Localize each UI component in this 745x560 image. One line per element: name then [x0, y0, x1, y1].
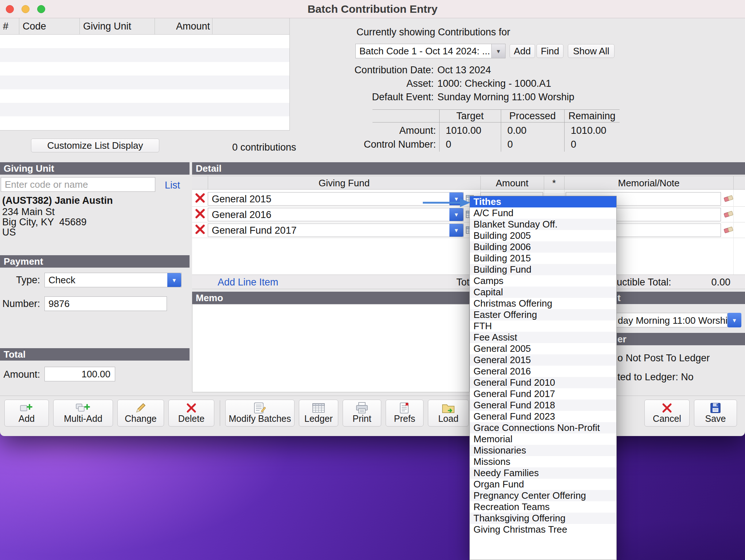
load-button[interactable]: Load — [428, 400, 469, 427]
batch-select[interactable]: Batch Code 1 - Oct 14 2024: ... ▼ — [355, 44, 506, 58]
chevron-down-icon[interactable]: ▼ — [167, 273, 181, 287]
toolbar-button-label: Cancel — [645, 413, 689, 424]
cancel-button[interactable]: Cancel — [644, 400, 690, 427]
fund-menu-item[interactable]: Thanksgiving Offering — [470, 513, 616, 524]
column-header-giving-unit: Giving Unit — [83, 20, 131, 32]
asset-label: Asset: — [328, 78, 434, 90]
add-button[interactable]: Add — [4, 400, 49, 427]
load-icon — [428, 401, 468, 415]
payment-type-select[interactable]: Check ▼ — [44, 273, 182, 287]
contribution-list-table: # Code Giving Unit Amount — [0, 18, 290, 131]
fund-menu-item[interactable]: Building Fund — [470, 264, 616, 275]
save-button[interactable]: Save — [694, 400, 737, 427]
giving-fund-select[interactable]: General 2016 ▼ — [208, 208, 464, 221]
detail-column-amount: Amount — [480, 178, 544, 189]
fund-menu-item[interactable]: Christmas Offering — [470, 298, 616, 309]
totals-control-number-label: Control Number: — [328, 139, 436, 151]
find-batch-button[interactable]: Find — [537, 44, 563, 58]
column-header-code: Code — [23, 20, 46, 32]
total-amount-input[interactable] — [44, 367, 115, 381]
prefs-button[interactable]: Prefs — [386, 400, 424, 427]
fund-menu-item[interactable]: Needy Families — [470, 467, 616, 479]
contribution-list-empty-row — [0, 103, 289, 116]
fund-menu-item[interactable]: FTH — [470, 320, 616, 332]
fund-menu-item[interactable]: Giving Christmas Tree — [470, 524, 616, 535]
giving-unit-search-input[interactable] — [1, 177, 155, 192]
giving-unit-address-line-3: US — [2, 226, 16, 238]
contribution-list-empty-row — [0, 89, 289, 103]
fund-menu-item[interactable]: Camps — [470, 275, 616, 287]
fund-menu-item[interactable]: General Fund 2023 — [470, 411, 616, 422]
fund-menu-item[interactable]: General Fund 2017 — [470, 388, 616, 400]
giving-fund-value: General 2016 — [212, 209, 272, 221]
giving-fund-select[interactable]: General Fund 2017 ▼ — [208, 223, 464, 237]
delete-row-icon[interactable] — [195, 224, 206, 236]
window-title: Batch Contribution Entry — [0, 3, 745, 15]
memo-textarea[interactable] — [192, 304, 469, 392]
fund-menu-item[interactable]: Building 2006 — [470, 241, 616, 253]
memorial-eraser-icon[interactable] — [723, 194, 734, 205]
fund-menu-item[interactable]: General Fund 2018 — [470, 400, 616, 411]
fund-menu-item[interactable]: Pregnancy Center Offering — [470, 490, 616, 501]
fund-menu-item[interactable]: Organ Fund — [470, 479, 616, 490]
fund-menu-item[interactable]: Memorial — [470, 433, 616, 445]
totals-column-remaining: Remaining — [564, 110, 620, 122]
totals-control-remaining: 0 — [571, 139, 576, 151]
fund-menu-item[interactable]: Tithes — [470, 196, 616, 207]
delete-button[interactable]: Delete — [168, 400, 214, 427]
payment-number-input[interactable] — [44, 296, 167, 311]
show-all-button[interactable]: Show All — [568, 44, 615, 58]
toolbar-button-label: Change — [118, 413, 164, 424]
totals-control-processed: 0 — [507, 139, 513, 151]
desktop-background: Batch Contribution Entry # Code Giving U… — [0, 0, 745, 560]
change-button[interactable]: Change — [117, 400, 164, 427]
fund-menu-item[interactable]: Missionaries — [470, 445, 616, 456]
delete-row-icon[interactable] — [195, 208, 206, 221]
fund-menu-item[interactable]: General 2015 — [470, 354, 616, 366]
fund-menu-item[interactable]: Blanket Sunday Off. — [470, 219, 616, 230]
print-button[interactable]: Print — [343, 400, 381, 427]
chevron-down-icon[interactable]: ▼ — [449, 224, 463, 237]
fund-menu-item[interactable]: Grace Connections Non-Profit — [470, 422, 616, 433]
memorial-eraser-icon[interactable] — [723, 225, 734, 236]
totals-column-processed: Processed — [501, 110, 564, 122]
giving-unit-list-link[interactable]: List — [165, 179, 180, 191]
customize-list-display-button[interactable]: Customize List Display — [31, 139, 159, 152]
do-not-post-label-truncated: o Not Post To Ledger — [617, 352, 710, 364]
fund-menu-item[interactable]: General Fund 2010 — [470, 377, 616, 388]
fund-menu-item[interactable]: Easter Offering — [470, 309, 616, 320]
modify-batches-button[interactable]: Modify Batches — [225, 400, 295, 427]
event-select-value-truncated: day Morning 11:00 Worship — [618, 315, 728, 326]
payment-type-value: Check — [48, 275, 75, 286]
fund-menu-item[interactable]: Recreation Teams — [470, 501, 616, 513]
ledger-button[interactable]: Ledger — [299, 400, 338, 427]
fund-menu-item[interactable]: A/C Fund — [470, 207, 616, 219]
add-icon — [5, 401, 48, 415]
detail-column-memorial-note: Memorial/Note — [564, 178, 733, 189]
fund-menu-item[interactable]: General 2005 — [470, 343, 616, 354]
toolbar-button-label: Prefs — [386, 413, 423, 424]
chevron-down-icon[interactable]: ▼ — [728, 313, 741, 327]
column-header-number: # — [3, 20, 8, 32]
ledger-header-truncated: er — [617, 333, 627, 345]
delete-row-icon[interactable] — [195, 192, 206, 205]
fund-menu-item[interactable]: Fee Assist — [470, 332, 616, 343]
multi-add-button[interactable]: Multi-Add — [53, 400, 113, 427]
toolbar-button-label: Add — [5, 413, 48, 424]
contribution-list-empty-row — [0, 116, 289, 130]
asset-value: 1000: Checking - 1000.A1 — [437, 78, 551, 90]
cancel-icon — [645, 401, 689, 415]
chevron-down-icon[interactable]: ▼ — [449, 208, 463, 221]
fund-menu-item[interactable]: Capital — [470, 287, 616, 298]
chevron-down-icon[interactable]: ▼ — [491, 44, 505, 58]
fund-menu-item[interactable]: Building 2005 — [470, 230, 616, 241]
event-header-truncated: t — [617, 292, 621, 304]
fund-menu-item[interactable]: General 2016 — [470, 366, 616, 377]
add-batch-button[interactable]: Add — [510, 44, 535, 58]
memorial-eraser-icon[interactable] — [723, 209, 734, 220]
save-icon — [694, 401, 737, 415]
add-line-item-link[interactable]: Add Line Item — [218, 276, 278, 288]
fund-menu-item[interactable]: Missions — [470, 456, 616, 467]
fund-menu-item[interactable]: Building 2015 — [470, 253, 616, 264]
contribution-date-value: Oct 13 2024 — [437, 64, 491, 76]
